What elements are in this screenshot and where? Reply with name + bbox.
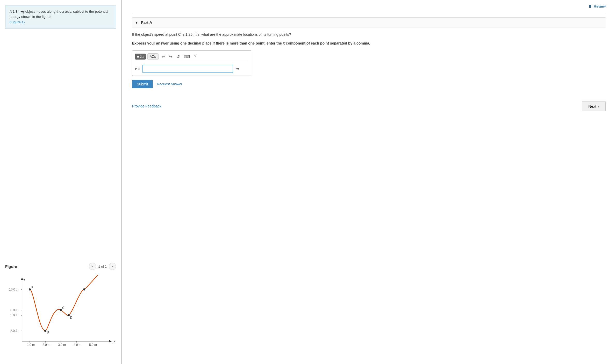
- formula-square-icon: ■: [137, 55, 139, 59]
- submit-btn[interactable]: Submit: [132, 80, 153, 88]
- collapse-arrow[interactable]: ▼: [135, 20, 138, 25]
- instruction-text: Express your answer using one decimal pl…: [132, 40, 606, 46]
- figure-next-btn[interactable]: ›: [109, 263, 116, 270]
- svg-point-24: [29, 288, 31, 290]
- svg-text:A: A: [31, 285, 33, 289]
- answer-label: x =: [135, 67, 140, 71]
- provide-feedback-link[interactable]: Provide Feedback: [132, 104, 161, 108]
- figure-title: Figure: [5, 264, 17, 269]
- answer-row: x = m: [135, 65, 248, 73]
- svg-text:1.0 m: 1.0 m: [27, 343, 35, 347]
- svg-text:C: C: [62, 306, 65, 310]
- question-text: If the object's speed at point C is 1.25…: [132, 32, 606, 37]
- svg-text:3.0 m: 3.0 m: [58, 343, 66, 347]
- math-toolbar: ■ ∜□ ΑΣφ ↩ ↪ ↺ ⌨ ?: [135, 53, 248, 62]
- left-panel: A 1.34-kg object moves along the x axis,…: [0, 0, 122, 364]
- answer-input[interactable]: [142, 65, 233, 73]
- next-btn[interactable]: Next ›: [582, 101, 606, 111]
- math-editor: ■ ∜□ ΑΣφ ↩ ↪ ↺ ⌨ ? x = m: [132, 50, 251, 76]
- svg-marker-3: [109, 340, 112, 342]
- problem-statement: A 1.34-kg object moves along the x axis,…: [5, 5, 116, 29]
- svg-text:5.0 J: 5.0 J: [10, 314, 17, 317]
- svg-text:6.0 J: 6.0 J: [10, 308, 17, 312]
- svg-point-28: [60, 309, 62, 311]
- svg-point-32: [83, 288, 85, 290]
- next-label: Next: [588, 104, 596, 108]
- part-a-header: ▼ Part A: [132, 17, 606, 27]
- bottom-row: Provide Feedback Next ›: [132, 101, 606, 111]
- svg-text:u: u: [23, 278, 25, 282]
- problem-text: A 1.34-kg object moves along the x axis,…: [10, 10, 108, 24]
- review-link[interactable]: Review: [594, 4, 606, 9]
- redo-btn[interactable]: ↪: [168, 54, 174, 60]
- top-divider: [132, 13, 606, 13]
- svg-point-30: [68, 314, 70, 316]
- keyboard-btn[interactable]: ⌨: [183, 54, 191, 60]
- svg-text:2.0 J: 2.0 J: [10, 329, 17, 333]
- figure-count: 1 of 1: [98, 265, 107, 268]
- greek-btn[interactable]: ΑΣφ: [147, 53, 159, 60]
- svg-point-26: [44, 330, 46, 332]
- part-a-title: Part A: [141, 20, 152, 25]
- figure-prev-btn[interactable]: ‹: [89, 263, 96, 270]
- figure-section: Figure ‹ 1 of 1 › u x: [5, 263, 116, 359]
- pause-icon: ⏸: [588, 4, 592, 9]
- svg-text:2.0 m: 2.0 m: [42, 343, 50, 347]
- chart-container: u x 10.0 J 6.0 J 5.0 J 2.0 J: [5, 273, 116, 359]
- svg-text:E: E: [85, 285, 88, 289]
- request-answer-link[interactable]: Request Answer: [157, 82, 182, 86]
- unit-label: m: [236, 67, 239, 71]
- figure-header: Figure ‹ 1 of 1 ›: [5, 263, 116, 270]
- figure-nav: ‹ 1 of 1 ›: [89, 263, 116, 270]
- svg-text:10.0 J: 10.0 J: [9, 288, 18, 291]
- svg-text:4.0 m: 4.0 m: [74, 343, 81, 347]
- svg-text:D: D: [70, 316, 72, 319]
- kg-strikethrough: kg: [21, 10, 24, 13]
- action-row: Submit Request Answer: [132, 80, 606, 88]
- potential-energy-chart: u x 10.0 J 6.0 J 5.0 J 2.0 J: [8, 275, 117, 355]
- right-panel: ⏸ Review ▼ Part A If the object's speed …: [122, 0, 616, 364]
- figure-link[interactable]: (Figure 1): [10, 20, 25, 24]
- refresh-btn[interactable]: ↺: [175, 54, 181, 60]
- help-btn[interactable]: ?: [193, 54, 198, 59]
- next-arrow-icon: ›: [598, 104, 599, 108]
- svg-text:5.0 m: 5.0 m: [89, 343, 97, 347]
- svg-text:x: x: [113, 339, 116, 343]
- formula-btn[interactable]: ■ ∜□: [135, 54, 146, 60]
- svg-text:B: B: [47, 330, 49, 334]
- undo-btn[interactable]: ↩: [160, 54, 166, 60]
- review-link-container: ⏸ Review: [132, 4, 606, 9]
